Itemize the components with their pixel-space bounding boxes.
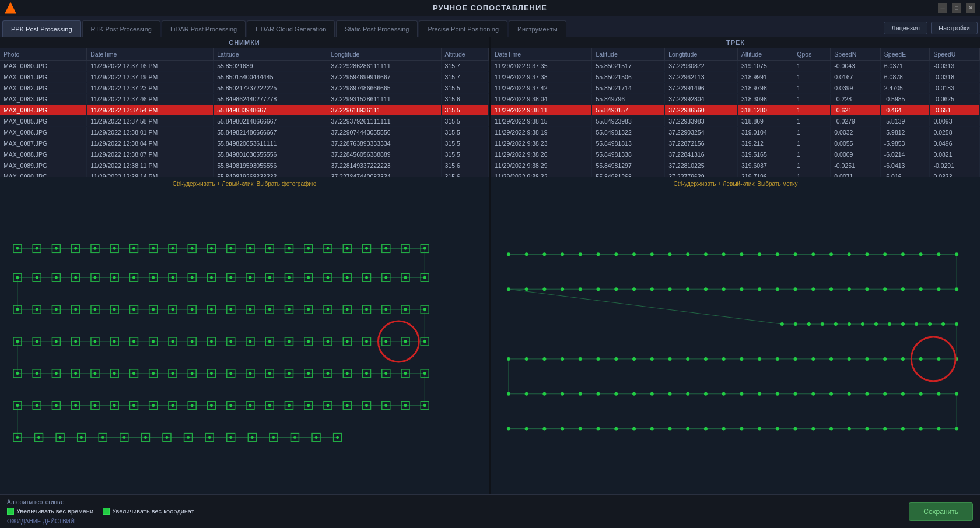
svg-point-425 [740,392,743,396]
svg-point-433 [883,392,887,396]
track-row-6[interactable]: 11/29/2022 9:38:1955.8498132237.22903254… [491,127,980,138]
track-row-3[interactable]: 11/29/2022 9:38:0455.84979637.2299280431… [491,94,980,105]
svg-point-435 [919,392,923,396]
col-t-latitude: Latitude [592,48,665,61]
svg-point-439 [525,427,528,431]
tab-lidar[interactable]: LiDAR Post Processing [162,20,246,37]
svg-point-32 [191,247,194,250]
svg-point-364 [830,287,833,291]
cb-time-box[interactable] [7,508,14,515]
svg-point-363 [811,287,815,291]
svg-point-134 [326,308,329,311]
tab-rtk[interactable]: RTK Post Processing [82,20,160,37]
track-row-10[interactable]: 11/29/2022 9:38:3255.8498126837.22779639… [491,171,980,177]
svg-point-282 [59,436,62,439]
col-t-altitude: Altitude [738,48,793,61]
svg-point-234 [16,404,19,407]
photo-row-2[interactable]: MAX_0082.JPG11/29/2022 12:37:23 PM55.850… [0,83,489,94]
svg-point-82 [249,276,251,279]
license-button[interactable]: Лицензия [884,22,928,34]
track-table: DateTime Latitude Longtitude Altitude Qp… [491,48,980,177]
svg-point-396 [686,357,690,361]
svg-point-24 [113,247,116,250]
svg-line-316 [509,289,782,324]
svg-point-424 [722,392,726,396]
svg-point-34 [210,247,213,250]
svg-point-190 [16,372,19,375]
svg-point-327 [632,252,636,256]
svg-point-399 [740,357,743,361]
track-row-8[interactable]: 11/29/2022 9:38:2655.8498133837.22841316… [491,149,980,160]
checkbox-time[interactable]: Увеличивать вес времени [7,508,93,515]
app-logo [5,2,16,14]
svg-point-440 [542,427,546,431]
track-nodes [507,252,958,430]
tab-instruments[interactable]: Инструменты [509,20,566,37]
close-button[interactable]: ✕ [966,3,975,13]
svg-point-370 [937,287,940,291]
photo-row-5[interactable]: MAX_0085.JPG11/29/2022 12:37:58 PM55.849… [0,116,489,127]
svg-point-292 [165,436,168,439]
svg-point-302 [272,436,275,439]
svg-point-222 [326,372,329,375]
maximize-button[interactable]: □ [952,3,961,13]
svg-point-459 [883,427,887,431]
track-map[interactable]: Ctrl-удерживать + Левый-клик: Выбрать ме… [491,177,980,494]
cb-coords-box[interactable] [103,508,110,515]
photo-row-6[interactable]: MAX_0086.JPG11/29/2022 12:38:01 PM55.849… [0,127,489,138]
track-row-1[interactable]: 11/29/2022 9:37:3855.8502150637.22962113… [491,72,980,83]
svg-point-378 [861,322,864,326]
svg-point-294 [187,436,190,439]
svg-point-304 [293,436,296,439]
svg-point-256 [229,404,232,407]
svg-point-284 [80,436,83,439]
photo-row-3[interactable]: MAX_0083.JPG11/29/2022 12:37:46 PM55.849… [0,94,489,105]
tab-static[interactable]: Static Post Processing [336,20,418,37]
svg-point-270 [365,404,368,407]
svg-point-379 [874,322,878,326]
minimize-button[interactable]: ─ [938,3,947,13]
photo-row-10[interactable]: MAX_0090.JPG11/29/2022 12:38:14 PM55.849… [0,171,489,177]
svg-point-148 [36,340,38,343]
svg-point-427 [776,392,779,396]
svg-point-352 [614,287,618,291]
track-row-2[interactable]: 11/29/2022 9:37:4255.8502171437.22991496… [491,83,980,94]
svg-point-362 [794,287,797,291]
svg-point-246 [132,404,135,407]
svg-point-402 [794,357,797,361]
svg-point-58 [16,276,19,279]
svg-point-332 [722,252,726,256]
photo-row-7[interactable]: MAX_0087.JPG11/29/2022 12:38:04 PM55.849… [0,138,489,149]
svg-point-94 [365,276,368,279]
photo-row-9[interactable]: MAX_0089.JPG11/29/2022 12:38:11 PM55.849… [0,160,489,171]
checkbox-coords[interactable]: Увеличивать вес координат [103,508,194,515]
photos-table-scroll[interactable]: Photo DateTime Latitude Longtitude Altit… [0,48,489,177]
photos-map[interactable]: Ctrl-удерживать + Левый-клик: Выбрать фо… [0,177,489,494]
svg-point-184 [384,340,387,343]
svg-point-92 [346,276,349,279]
svg-point-331 [704,252,708,256]
svg-point-204 [152,372,155,375]
svg-point-88 [307,276,310,279]
svg-point-42 [288,247,290,250]
photo-row-8[interactable]: MAX_0088.JPG11/29/2022 12:38:07 PM55.849… [0,149,489,160]
tab-lidar-cloud[interactable]: LiDAR Cloud Generation [247,20,335,37]
svg-point-38 [249,247,251,250]
tab-ppp[interactable]: Precise Point Positioning [419,20,508,37]
settings-button[interactable]: Настройки [931,22,978,34]
track-row-9[interactable]: 11/29/2022 9:38:2955.8498129737.22810225… [491,160,980,171]
svg-point-430 [830,392,833,396]
track-row-5[interactable]: 11/29/2022 9:38:1555.8492398337.22933983… [491,116,980,127]
svg-point-366 [865,287,869,291]
svg-point-238 [55,404,58,407]
track-row-7[interactable]: 11/29/2022 9:38:2355.8498181337.22872156… [491,138,980,149]
svg-point-409 [919,357,923,361]
photo-row-4[interactable]: MAX_0084.JPG11/29/2022 12:37:54 PM55.849… [0,105,489,116]
photo-row-0[interactable]: MAX_0080.JPG11/29/2022 12:37:16 PM55.850… [0,61,489,72]
save-button[interactable]: Сохранить [909,502,973,521]
track-row-4[interactable]: 11/29/2022 9:38:1155.849015737.229865603… [491,105,980,116]
track-row-0[interactable]: 11/29/2022 9:37:3555.8502151737.22930872… [491,61,980,72]
tab-ppk[interactable]: PPK Post Processing [2,20,81,37]
photo-row-1[interactable]: MAX_0081.JPG11/29/2022 12:37:19 PM55.850… [0,72,489,83]
track-table-scroll[interactable]: DateTime Latitude Longtitude Altitude Qp… [491,48,980,177]
